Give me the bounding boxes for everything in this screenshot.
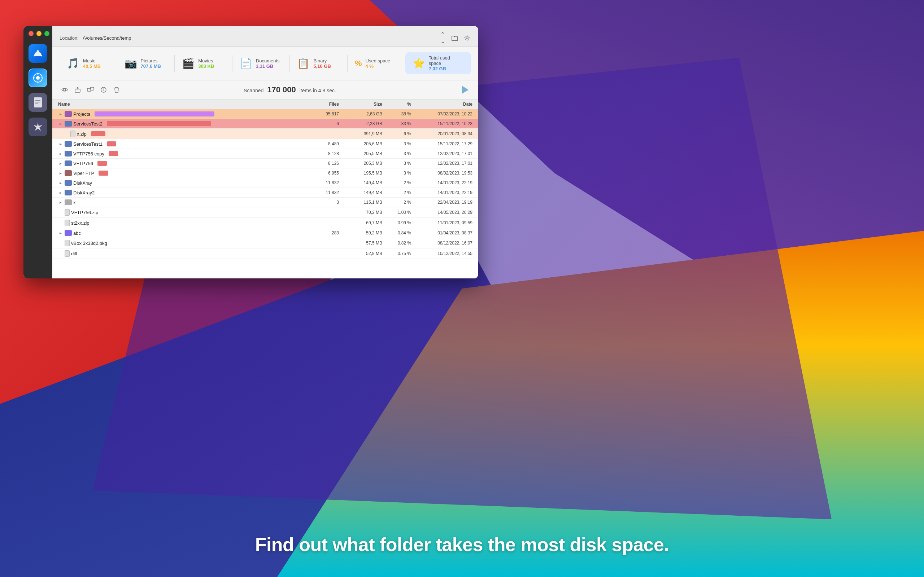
svg-point-4 (63, 89, 66, 91)
svg-rect-5 (75, 89, 80, 92)
totalspace-value: 7,02 GB (429, 66, 464, 71)
col-percent: % (382, 102, 411, 107)
minimize-button[interactable] (36, 31, 42, 36)
stat-movies[interactable]: 🎬 Movies 303 KB (175, 55, 233, 72)
expand-icon[interactable]: ► (58, 190, 63, 195)
table-row[interactable]: x.zip391,9 MB6 %20/01/2023, 08:34 (52, 129, 478, 139)
folder-icon (65, 170, 72, 176)
table-row[interactable]: diff52,8 MB0.75 %10/12/2022, 14:55 (52, 248, 478, 259)
file-icon (70, 131, 76, 137)
folder-icon (65, 180, 72, 186)
sidebar-magic[interactable] (29, 118, 47, 136)
row-files: 8 126 (296, 161, 339, 166)
size-bar-fill (97, 161, 107, 166)
table-row[interactable]: ►ServicesTest262,28 GB33 %15/11/2022, 10… (52, 119, 478, 129)
expand-icon[interactable]: ► (58, 171, 63, 176)
expand-icon[interactable]: ► (58, 111, 63, 116)
table-row[interactable]: vBox 3x33q2.pkg57,5 MB0.82 %08/12/2022, … (52, 238, 478, 248)
location-input[interactable] (83, 35, 434, 41)
folder-icon (65, 190, 72, 195)
stat-totalspace[interactable]: ⭐ Total used space 7,02 GB (405, 52, 471, 74)
row-date: 20/01/2023, 08:34 (411, 131, 472, 136)
expand-icon[interactable]: ► (58, 230, 63, 235)
documents-icon: 📄 (240, 58, 252, 69)
table-row[interactable]: ►Projects95 8172,63 GB38 %07/02/2023, 10… (52, 109, 478, 119)
row-size: 205,6 MB (339, 141, 382, 147)
row-percent: 6 % (382, 131, 411, 136)
sidebar-docs[interactable] (29, 93, 47, 112)
row-percent: 3 % (382, 141, 411, 147)
sidebar-app-store[interactable] (29, 44, 47, 63)
table-row[interactable]: VFTP756.zip70,2 MB1.00 %14/05/2023, 20:2… (52, 207, 478, 218)
svg-point-1 (36, 76, 40, 80)
table-row[interactable]: ►abc28359,2 MB0.84 %01/04/2023, 08:37 (52, 228, 478, 238)
table-row[interactable]: ►DiskXray11 832149,4 MB2 %14/01/2023, 22… (52, 178, 478, 188)
settings-icon[interactable] (463, 34, 471, 42)
stat-binary[interactable]: 📋 Binary 5,16 GB (290, 55, 347, 72)
row-size: 70,2 MB (339, 210, 382, 215)
delete-icon[interactable] (111, 85, 122, 95)
stats-bar: 🎵 Music 40,5 MB 📷 Pictures 707,6 MB 🎬 Mo… (52, 47, 478, 81)
info-icon[interactable]: i (99, 85, 109, 95)
row-size: 391,9 MB (339, 131, 382, 136)
bottom-caption: Find out what folder takes the most disk… (0, 534, 924, 555)
row-name-text: ServicesTest2 (73, 121, 102, 127)
share-icon[interactable] (86, 85, 96, 95)
row-date: 15/11/2022, 10:23 (411, 121, 472, 126)
row-name-text: x.zip (77, 131, 87, 137)
main-content: Location: ⌃⌄ 🎵 Music 40,5 MB (52, 26, 478, 279)
preview-icon[interactable] (60, 85, 69, 95)
expand-icon[interactable]: ► (58, 121, 63, 126)
row-percent: 2 % (382, 190, 411, 195)
folder-icon (65, 151, 72, 156)
row-files: 8 489 (296, 141, 339, 147)
row-files: 283 (296, 230, 339, 235)
pictures-label: Pictures (141, 58, 161, 63)
row-percent: 3 % (382, 151, 411, 156)
row-size: 2,63 GB (339, 111, 382, 116)
row-size: 52,8 MB (339, 251, 382, 256)
stat-music[interactable]: 🎵 Music 40,5 MB (60, 55, 117, 72)
table-row[interactable]: ►Viper FTP6 955195,5 MB3 %08/02/2023, 19… (52, 168, 478, 178)
binary-icon: 📋 (297, 58, 310, 69)
row-percent: 0.75 % (382, 251, 411, 256)
col-size: Size (339, 102, 382, 107)
open-folder-icon[interactable] (451, 34, 459, 42)
expand-icon[interactable]: ► (58, 141, 63, 147)
stat-documents[interactable]: 📄 Documents 1,11 GB (233, 55, 290, 72)
table-row[interactable]: st2xx.zip69,7 MB0.99 %11/01/2023, 09:59 (52, 218, 478, 228)
sidebar-disk-xray[interactable] (29, 69, 47, 87)
file-icon (65, 209, 69, 216)
movies-label: Movies (198, 58, 214, 63)
play-button[interactable] (458, 83, 471, 96)
expand-icon[interactable]: ► (58, 151, 63, 156)
row-size: 115,1 MB (339, 200, 382, 205)
table-row[interactable]: ►VFTP7568 126205,3 MB3 %12/02/2023, 17:0… (52, 159, 478, 168)
table-row[interactable]: ►ServicesTest18 489205,6 MB3 %15/11/2022… (52, 139, 478, 149)
table-row[interactable]: ►VFTP756 copy8 128205,5 MB3 %12/02/2023,… (52, 149, 478, 159)
close-button[interactable] (29, 31, 34, 36)
expand-icon[interactable]: ► (58, 200, 63, 205)
export-icon[interactable] (73, 85, 82, 95)
table-row[interactable]: ►DiskXray211 832149,4 MB2 %14/01/2023, 2… (52, 188, 478, 198)
row-date: 14/01/2023, 22:19 (411, 180, 472, 185)
folder-icon (65, 141, 72, 147)
row-percent: 33 % (382, 121, 411, 126)
expand-icon[interactable]: ► (58, 180, 63, 185)
svg-point-3 (466, 37, 468, 39)
location-chevron[interactable]: ⌃⌄ (439, 34, 446, 42)
folder-icon (65, 161, 72, 166)
pictures-value: 707,6 MB (141, 63, 161, 69)
expand-icon[interactable]: ► (58, 161, 63, 166)
music-icon: 🎵 (67, 58, 79, 69)
col-files: Files (296, 102, 339, 107)
row-size: 149,4 MB (339, 180, 382, 185)
row-name-text: st2xx.zip (71, 220, 89, 226)
row-date: 11/01/2023, 09:59 (411, 220, 472, 226)
stat-usedspace[interactable]: % Used space 4 % (347, 55, 405, 72)
table-row[interactable]: ►x3115,1 MB2 %22/04/2023, 19:19 (52, 198, 478, 207)
toolbar: Location: ⌃⌄ (52, 26, 478, 47)
movies-value: 303 KB (198, 63, 214, 69)
maximize-button[interactable] (44, 31, 50, 36)
stat-pictures[interactable]: 📷 Pictures 707,6 MB (117, 55, 175, 72)
